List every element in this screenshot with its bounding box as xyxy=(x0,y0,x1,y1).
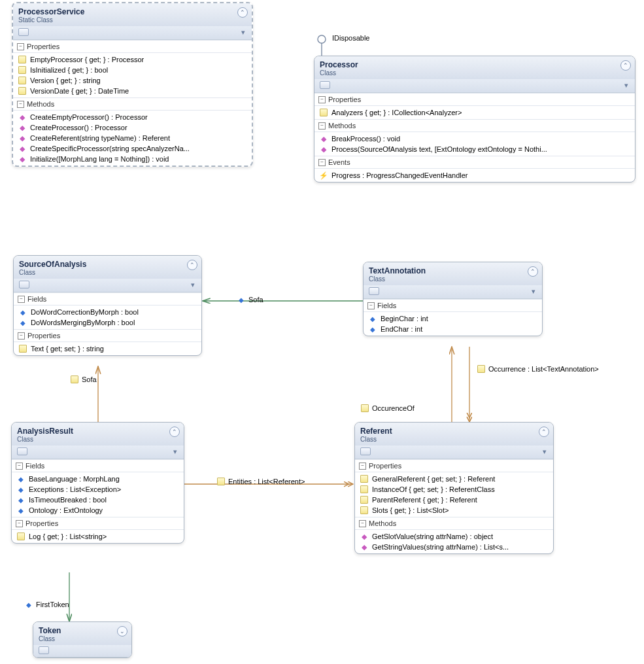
field-item[interactable]: ◆Ontology : ExtOntology xyxy=(12,505,184,515)
assoc-first-token: ◆ FirstToken xyxy=(25,601,69,608)
properties-section[interactable]: −Properties xyxy=(12,517,184,530)
token-class[interactable]: Token Class ⌄ xyxy=(33,621,132,658)
property-icon xyxy=(18,66,26,74)
property-item[interactable]: Slots { get; } : List<Slot> xyxy=(355,505,553,515)
tag-icon xyxy=(369,287,379,295)
methods-section[interactable]: −Methods xyxy=(314,119,635,132)
property-item[interactable]: ParentReferent { get; } : Referent xyxy=(355,495,553,505)
text-annotation-class[interactable]: TextAnnotation Class ⌃ ▾ −Fields ◆BeginC… xyxy=(363,262,543,336)
methods-section[interactable]: −Methods xyxy=(13,97,252,111)
class-stereotype: Class xyxy=(39,635,126,642)
collapse-icon[interactable]: ⌃ xyxy=(169,427,180,437)
method-item[interactable]: ◆CreateReferent(string typeName) : Refer… xyxy=(13,133,252,143)
property-item[interactable]: InstanceOf { get; set; } : ReferentClass xyxy=(355,484,553,495)
field-item[interactable]: ◆BeginChar : int xyxy=(364,313,542,324)
sub-bar: ▾ xyxy=(364,285,542,299)
field-icon: ◆ xyxy=(25,601,33,608)
method-item[interactable]: ◆GetStringValues(string attrName) : List… xyxy=(355,542,553,552)
methods-section[interactable]: −Methods xyxy=(355,517,553,530)
class-header: TextAnnotation Class ⌃ xyxy=(364,262,542,285)
properties-section[interactable]: −Properties xyxy=(14,329,201,342)
class-stereotype: Class xyxy=(320,69,630,77)
method-item[interactable]: ◆BreakProcess() : void xyxy=(314,133,635,144)
field-icon: ◆ xyxy=(369,325,377,333)
class-name: Processor xyxy=(320,60,630,69)
property-item[interactable]: Log { get; } : List<string> xyxy=(12,531,184,542)
class-stereotype: Class xyxy=(360,436,548,443)
property-icon xyxy=(19,345,27,353)
filter-icon[interactable]: ▾ xyxy=(171,447,180,456)
method-icon: ◆ xyxy=(360,533,368,540)
properties-section[interactable]: −Properties xyxy=(314,93,635,106)
method-icon: ◆ xyxy=(18,145,26,152)
events-section[interactable]: −Events xyxy=(314,156,635,169)
method-icon: ◆ xyxy=(320,145,328,153)
collapse-icon[interactable]: ⌃ xyxy=(237,7,248,18)
field-icon: ◆ xyxy=(17,475,25,483)
collapse-icon[interactable]: ⌃ xyxy=(528,266,538,277)
property-item[interactable]: IsInitialized { get; } : bool xyxy=(13,65,252,75)
method-icon: ◆ xyxy=(18,113,26,121)
event-item[interactable]: ⚡Progress : ProgressChangedEventHandler xyxy=(314,170,635,181)
filter-icon[interactable]: ▾ xyxy=(540,447,549,456)
property-item[interactable]: GeneralReferent { get; set; } : Referent xyxy=(355,474,553,484)
assoc-occurrence-of: OccurenceOf xyxy=(361,404,415,412)
class-header: Processor Class ⌃ xyxy=(314,56,635,79)
filter-icon[interactable]: ▾ xyxy=(188,280,197,289)
method-item[interactable]: ◆CreateSpecificProcessor(string specAnal… xyxy=(13,143,252,154)
referent-class[interactable]: Referent Class ⌃ ▾ −Properties GeneralRe… xyxy=(354,422,554,554)
field-item[interactable]: ◆DoWordCorrectionByMorph : bool xyxy=(14,307,201,317)
source-of-analysis-class[interactable]: SourceOfAnalysis Class ⌃ ▾ −Fields ◆DoWo… xyxy=(13,255,202,356)
filter-icon[interactable]: ▾ xyxy=(529,287,538,296)
processor-class[interactable]: Processor Class ⌃ ▾ −Properties Analyzer… xyxy=(314,56,636,183)
field-icon: ◆ xyxy=(19,308,27,316)
field-item[interactable]: ◆DoWordsMergingByMorph : bool xyxy=(14,317,201,328)
tag-icon xyxy=(19,281,29,288)
property-item[interactable]: EmptyProcessor { get; } : Processor xyxy=(13,54,252,65)
properties-section[interactable]: −Properties xyxy=(13,40,252,53)
property-icon xyxy=(71,376,78,383)
tag-icon xyxy=(360,447,371,455)
field-icon: ◆ xyxy=(17,506,25,514)
filter-icon[interactable]: ▾ xyxy=(622,80,631,90)
class-name: AnalysisResult xyxy=(17,427,178,436)
analysis-result-class[interactable]: AnalysisResult Class ⌃ ▾ −Fields ◆BaseLa… xyxy=(11,422,184,544)
method-item[interactable]: ◆Initialize([MorphLang lang = Nothing]) … xyxy=(13,154,252,164)
property-item[interactable]: Text { get; set; } : string xyxy=(14,343,201,354)
property-icon xyxy=(18,87,26,95)
method-item[interactable]: ◆GetSlotValue(string attrName) : object xyxy=(355,531,553,542)
property-item[interactable]: Analyzers { get; } : ICollection<Analyze… xyxy=(314,107,635,118)
property-item[interactable]: VersionDate { get; } : DateTime xyxy=(13,86,252,96)
property-icon xyxy=(477,365,485,373)
fields-section[interactable]: −Fields xyxy=(364,299,542,312)
field-item[interactable]: ◆BaseLanguage : MorphLang xyxy=(12,474,184,484)
class-header: AnalysisResult Class ⌃ xyxy=(12,423,184,446)
class-header: Referent Class ⌃ xyxy=(355,423,553,446)
method-item[interactable]: ◆Process(SourceOfAnalysis text, [ExtOnto… xyxy=(314,144,635,154)
class-header: ProcessorService Static Class ⌃ xyxy=(13,3,252,26)
property-item[interactable]: Version { get; } : string xyxy=(13,75,252,86)
properties-section[interactable]: −Properties xyxy=(355,459,553,472)
fields-section[interactable]: −Fields xyxy=(12,459,184,472)
class-stereotype: Class xyxy=(369,275,537,283)
method-item[interactable]: ◆CreateProcessor() : Processor xyxy=(13,122,252,133)
collapse-icon[interactable]: ⌃ xyxy=(187,260,197,270)
property-icon xyxy=(18,77,26,84)
property-icon xyxy=(360,506,368,514)
property-icon xyxy=(17,533,25,540)
assoc-entities: Entities : List<Referent> xyxy=(217,478,305,485)
filter-icon[interactable]: ▾ xyxy=(239,27,248,37)
fields-section[interactable]: −Fields xyxy=(14,292,201,306)
field-item[interactable]: ◆IsTimeoutBreaked : bool xyxy=(12,495,184,505)
tag-icon xyxy=(320,81,330,89)
tag-icon xyxy=(39,646,49,654)
collapse-icon[interactable]: ⌃ xyxy=(539,427,549,437)
property-icon xyxy=(360,485,368,493)
processor-service-class[interactable]: ProcessorService Static Class ⌃ ▾ −Prope… xyxy=(12,2,253,167)
field-item[interactable]: ◆Exceptions : List<Exception> xyxy=(12,484,184,495)
expand-icon[interactable]: ⌄ xyxy=(117,626,127,637)
method-item[interactable]: ◆CreateEmptyProcessor() : Processor xyxy=(13,112,252,122)
class-header: SourceOfAnalysis Class ⌃ xyxy=(14,256,201,279)
collapse-icon[interactable]: ⌃ xyxy=(620,60,631,71)
field-item[interactable]: ◆EndChar : int xyxy=(364,324,542,334)
